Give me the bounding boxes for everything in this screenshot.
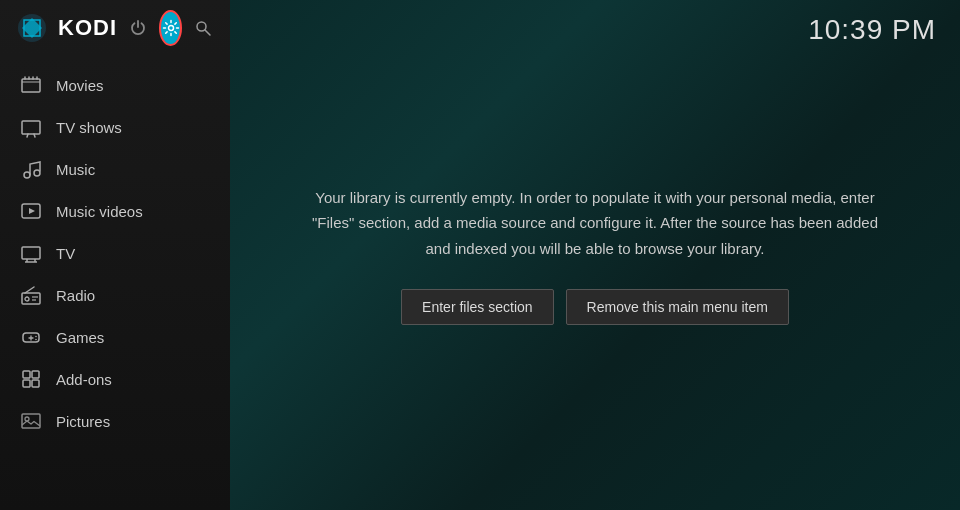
svg-rect-35	[32, 380, 39, 387]
sidebar-item-pictures[interactable]: Pictures	[0, 400, 230, 442]
sidebar-item-movies[interactable]: Movies	[0, 64, 230, 106]
svg-point-24	[25, 297, 29, 301]
games-icon	[20, 326, 42, 348]
addons-icon	[20, 368, 42, 390]
svg-rect-33	[32, 371, 39, 378]
sidebar-nav: Movies TV shows	[0, 56, 230, 510]
sidebar-item-music[interactable]: Music	[0, 148, 230, 190]
main-content: 10:39 PM Your library is currently empty…	[230, 0, 960, 510]
kodi-logo-icon	[16, 12, 48, 44]
sidebar-item-addons-label: Add-ons	[56, 371, 112, 388]
tv-icon	[20, 242, 42, 264]
settings-button[interactable]	[159, 10, 182, 46]
radio-icon	[20, 284, 42, 306]
sidebar-item-radio-label: Radio	[56, 287, 95, 304]
sidebar: KODI	[0, 0, 230, 510]
sidebar-item-pictures-label: Pictures	[56, 413, 110, 430]
svg-rect-34	[23, 380, 30, 387]
svg-rect-36	[22, 414, 40, 428]
svg-rect-6	[22, 79, 40, 92]
svg-rect-12	[22, 121, 40, 134]
sidebar-header: KODI	[0, 0, 230, 56]
action-buttons: Enter files section Remove this main men…	[401, 289, 789, 325]
svg-point-3	[168, 26, 173, 31]
pictures-icon	[20, 410, 42, 432]
sidebar-item-music-videos-label: Music videos	[56, 203, 143, 220]
remove-menu-item-button[interactable]: Remove this main menu item	[566, 289, 789, 325]
sidebar-item-games[interactable]: Games	[0, 316, 230, 358]
power-button[interactable]	[127, 10, 149, 46]
svg-point-15	[24, 172, 30, 178]
sidebar-item-movies-label: Movies	[56, 77, 104, 94]
app-container: KODI	[0, 0, 960, 510]
sidebar-item-tv-shows-label: TV shows	[56, 119, 122, 136]
sidebar-item-radio[interactable]: Radio	[0, 274, 230, 316]
sidebar-item-music-label: Music	[56, 161, 95, 178]
svg-rect-19	[22, 247, 40, 259]
svg-point-16	[34, 170, 40, 176]
svg-line-14	[34, 134, 35, 137]
music-icon	[20, 158, 42, 180]
svg-line-5	[205, 30, 210, 35]
search-button[interactable]	[192, 10, 214, 46]
content-area: Your library is currently empty. In orde…	[230, 0, 960, 510]
svg-point-30	[35, 336, 37, 338]
sidebar-item-tv-shows[interactable]: TV shows	[0, 106, 230, 148]
music-videos-icon	[20, 200, 42, 222]
sidebar-item-addons[interactable]: Add-ons	[0, 358, 230, 400]
tv-shows-icon	[20, 116, 42, 138]
svg-line-13	[27, 134, 28, 137]
sidebar-item-tv[interactable]: TV	[0, 232, 230, 274]
sidebar-item-music-videos[interactable]: Music videos	[0, 190, 230, 232]
svg-rect-32	[23, 371, 30, 378]
empty-library-message: Your library is currently empty. In orde…	[310, 185, 880, 262]
sidebar-item-tv-label: TV	[56, 245, 75, 262]
sidebar-item-games-label: Games	[56, 329, 104, 346]
time-display: 10:39 PM	[808, 14, 936, 46]
app-title: KODI	[58, 15, 117, 41]
svg-point-31	[35, 339, 37, 341]
enter-files-section-button[interactable]: Enter files section	[401, 289, 554, 325]
svg-marker-18	[29, 208, 35, 214]
movies-icon	[20, 74, 42, 96]
